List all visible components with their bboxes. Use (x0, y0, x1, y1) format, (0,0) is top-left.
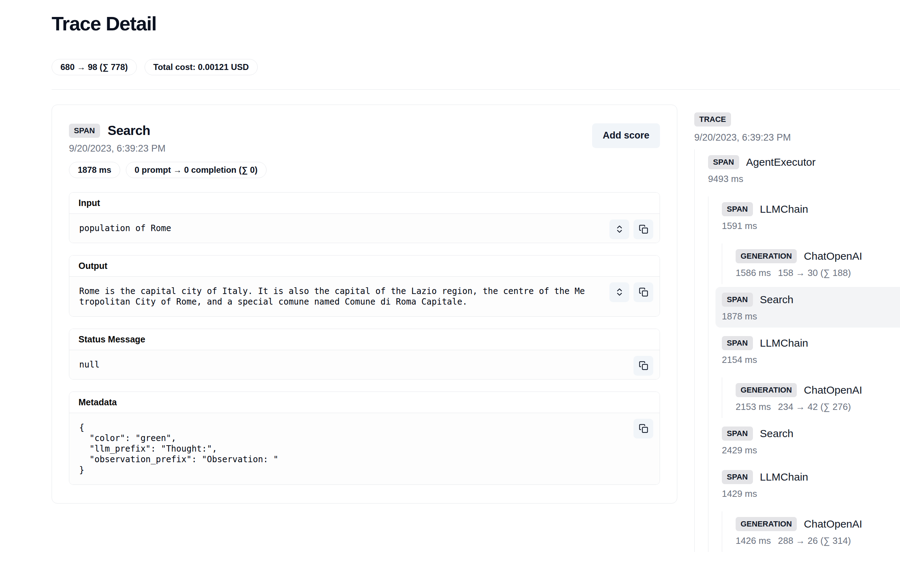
tree-node-duration: 1878 ms (722, 311, 757, 322)
section-metadata: Metadata{ "color": "green", "llm_prefix"… (69, 391, 660, 485)
tree-item: GENERATIONChatOpenAI1426 ms288 → 26 (∑ 3… (736, 511, 900, 552)
trace-detail-page: Trace Detail 680 → 98 (∑ 778) Total cost… (0, 14, 900, 552)
trace-tree: SPANAgentExecutor9493 msSPANLLMChain1591… (694, 150, 900, 552)
tree-node-tokens: 158 → 30 (∑ 188) (778, 268, 851, 279)
section-content: { "color": "green", "llm_prefix": "Thoug… (79, 422, 589, 475)
tree-node-name: LLMChain (760, 337, 808, 349)
tree-item: SPANSearch2429 ms (722, 421, 900, 461)
tree-node-duration: 1591 ms (722, 221, 757, 231)
tree-node-llmchain[interactable]: SPANLLMChain1429 ms (715, 464, 900, 505)
copy-button[interactable] (633, 282, 653, 302)
tree-node-head: SPANLLMChain (722, 470, 900, 484)
tree-node-head: SPANSearch (722, 427, 900, 441)
section-title: Output (69, 255, 659, 277)
tree-node-llmchain[interactable]: SPANLLMChain2154 ms (715, 330, 900, 371)
copy-button[interactable] (633, 356, 653, 376)
tree-node-head: SPANLLMChain (722, 336, 900, 350)
trace-tree-panel: TRACE 9/20/2023, 6:39:23 PM SPANAgentExe… (694, 105, 900, 552)
chevrons-up-down-icon (615, 224, 624, 234)
tree-node-duration: 2153 ms (736, 401, 771, 412)
tree-node-type-badge: SPAN (722, 470, 753, 484)
tree-node-type-badge: SPAN (722, 202, 753, 216)
tree-node-type-badge: SPAN (722, 427, 753, 441)
expand-button[interactable] (610, 282, 629, 302)
expand-button[interactable] (610, 220, 629, 239)
tree-node-name: LLMChain (760, 471, 808, 483)
tree-node-llmchain[interactable]: SPANLLMChain1591 ms (715, 197, 900, 237)
tree-item: SPANLLMChain1591 msGENERATIONChatOpenAI1… (722, 197, 900, 284)
tree-node-tokens: 288 → 26 (∑ 314) (778, 535, 851, 546)
tree-children: SPANLLMChain1591 msGENERATIONChatOpenAI1… (708, 197, 900, 552)
section-actions (610, 282, 653, 302)
tree-children: GENERATIONChatOpenAI1426 ms288 → 26 (∑ 3… (722, 511, 900, 552)
copy-icon (639, 424, 648, 433)
tree-node-search[interactable]: SPANSearch1878 ms (715, 287, 900, 328)
tree-item: SPANLLMChain2154 msGENERATIONChatOpenAI2… (722, 330, 900, 418)
tree-node-meta: 1586 ms158 → 30 (∑ 188) (736, 268, 900, 279)
copy-button[interactable] (633, 419, 653, 438)
tree-node-chatopenai[interactable]: GENERATIONChatOpenAI1586 ms158 → 30 (∑ 1… (729, 243, 900, 284)
chevrons-up-down-icon (615, 287, 624, 297)
tree-node-type-badge: GENERATION (736, 249, 797, 263)
add-score-button[interactable]: Add score (592, 123, 660, 148)
tree-node-name: Search (760, 427, 794, 439)
tree-node-name: ChatOpenAI (804, 250, 862, 262)
tree-node-meta: 1429 ms (722, 488, 900, 499)
tree-node-type-badge: SPAN (708, 155, 739, 169)
observation-token-badge: 0 prompt → 0 completion (∑ 0) (126, 162, 267, 178)
tree-node-chatopenai[interactable]: GENERATIONChatOpenAI2153 ms234 → 42 (∑ 2… (729, 378, 900, 418)
section-actions (610, 220, 653, 239)
section-body: Rome is the capital city of Italy. It is… (69, 277, 659, 316)
section-title: Input (69, 193, 659, 214)
tree-node-head: SPANLLMChain (722, 202, 900, 216)
section-content: null (79, 359, 589, 370)
content: SPAN Search 9/20/2023, 6:39:23 PM 1878 m… (51, 105, 900, 552)
tree-node-duration: 2429 ms (722, 445, 757, 456)
tree-node-type-badge: SPAN (722, 292, 753, 307)
section-body: population of Rome (69, 214, 659, 243)
observation-duration-badge: 1878 ms (69, 162, 120, 178)
tree-node-meta: 2154 ms (722, 354, 900, 365)
tree-node-agentexecutor[interactable]: SPANAgentExecutor9493 ms (702, 150, 900, 190)
tree-node-name: ChatOpenAI (804, 384, 862, 396)
tree-node-tokens: 234 → 42 (∑ 276) (778, 401, 851, 412)
tree-node-type-badge: GENERATION (736, 383, 797, 397)
tree-node-name: ChatOpenAI (804, 518, 862, 530)
section-title: Metadata (69, 392, 659, 413)
tree-node-head: SPANSearch (722, 292, 900, 307)
observation-sections: Inputpopulation of RomeOutputRome is the… (69, 192, 660, 485)
tree-node-duration: 2154 ms (722, 354, 757, 365)
tree-children: GENERATIONChatOpenAI1586 ms158 → 30 (∑ 1… (722, 243, 900, 284)
tree-node-search[interactable]: SPANSearch2429 ms (715, 421, 900, 461)
observation-title-row: SPAN Search (69, 123, 267, 138)
observation-badges: 1878 ms 0 prompt → 0 completion (∑ 0) (69, 162, 267, 178)
tree-node-head: GENERATIONChatOpenAI (736, 249, 900, 263)
trace-timestamp: 9/20/2023, 6:39:23 PM (694, 132, 900, 143)
tree-node-meta: 1591 ms (722, 221, 900, 231)
tree-node-head: GENERATIONChatOpenAI (736, 517, 900, 531)
tree-node-name: LLMChain (760, 203, 808, 215)
trace-cost-badge: Total cost: 0.00121 USD (144, 59, 258, 75)
copy-button[interactable] (633, 220, 653, 239)
trace-type-badge: TRACE (694, 112, 731, 127)
tree-node-type-badge: GENERATION (736, 517, 797, 531)
tree-children: SPANAgentExecutor9493 msSPANLLMChain1591… (694, 150, 900, 552)
tree-node-meta: 1426 ms288 → 26 (∑ 314) (736, 535, 900, 546)
tree-node-chatopenai[interactable]: GENERATIONChatOpenAI1426 ms288 → 26 (∑ 3… (729, 511, 900, 552)
copy-icon (639, 361, 648, 370)
tree-node-duration: 9493 ms (708, 173, 743, 184)
section-input: Inputpopulation of Rome (69, 192, 660, 243)
tree-node-meta: 2429 ms (722, 445, 900, 456)
tree-node-head: SPANAgentExecutor (708, 155, 900, 169)
tree-node-meta: 9493 ms (708, 173, 900, 184)
tree-item: SPANLLMChain1429 msGENERATIONChatOpenAI1… (722, 464, 900, 552)
page-title: Trace Detail (51, 14, 900, 34)
observation-type-badge: SPAN (69, 124, 100, 138)
tree-item: GENERATIONChatOpenAI2153 ms234 → 42 (∑ 2… (736, 378, 900, 418)
copy-icon (639, 224, 648, 234)
tree-node-duration: 1586 ms (736, 268, 771, 279)
tree-node-meta: 2153 ms234 → 42 (∑ 276) (736, 401, 900, 412)
tree-node-duration: 1429 ms (722, 488, 757, 499)
section-body: null (69, 350, 659, 379)
trace-summary-badges: 680 → 98 (∑ 778) Total cost: 0.00121 USD (51, 59, 900, 75)
